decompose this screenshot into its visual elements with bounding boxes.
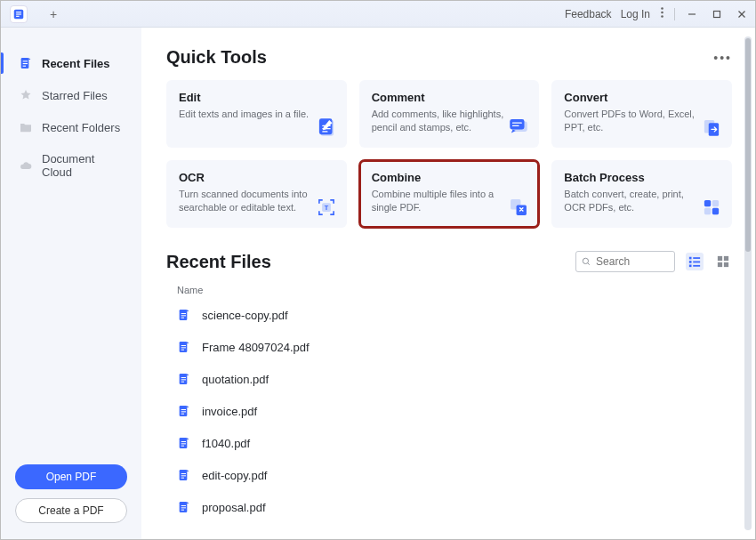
- file-row[interactable]: invoice.pdf: [166, 395, 732, 427]
- svg-rect-67: [180, 470, 188, 480]
- ocr-icon: T: [315, 196, 338, 219]
- tool-title: Comment: [372, 91, 529, 104]
- file-name: quotation.pdf: [202, 373, 269, 386]
- svg-rect-36: [689, 265, 692, 268]
- recent-controls: [575, 251, 732, 272]
- sidebar: Recent Files Starred Files Recent Folder…: [1, 28, 141, 539]
- file-row[interactable]: edit-copy.pdf: [166, 459, 732, 491]
- tool-desc: Batch convert, create, print, OCR PDFs, …: [564, 188, 697, 214]
- tool-desc: Convert PDFs to Word, Excel, PPT, etc.: [564, 108, 697, 134]
- svg-marker-73: [187, 502, 189, 504]
- tool-desc: Turn scanned documents into searchable o…: [179, 188, 312, 214]
- login-link[interactable]: Log In: [621, 8, 650, 20]
- tool-card-edit[interactable]: Edit Edit texts and images in a file.: [166, 80, 347, 148]
- file-row[interactable]: Frame 48097024.pdf: [166, 331, 732, 363]
- sidebar-item-label: Recent Folders: [42, 121, 120, 134]
- kebab-icon: [661, 7, 664, 18]
- sidebar-item-document-cloud[interactable]: Document Cloud: [1, 143, 141, 188]
- app-logo[interactable]: [10, 5, 28, 23]
- minimize-button[interactable]: [684, 6, 700, 22]
- combine-icon: [507, 196, 530, 219]
- svg-text:T: T: [324, 204, 328, 212]
- list-view-button[interactable]: [686, 253, 704, 270]
- sidebar-item-label: Document Cloud: [42, 152, 127, 179]
- svg-marker-68: [187, 470, 189, 471]
- svg-point-4: [661, 7, 664, 10]
- convert-icon: [700, 116, 723, 139]
- kebab-menu[interactable]: [659, 7, 665, 20]
- close-button[interactable]: [734, 6, 750, 22]
- file-name: Frame 48097024.pdf: [202, 341, 310, 354]
- create-pdf-button[interactable]: Create a PDF: [15, 498, 127, 523]
- tool-card-batch-process[interactable]: Batch Process Batch convert, create, pri…: [551, 160, 732, 228]
- svg-rect-51: [181, 350, 184, 351]
- tool-card-comment[interactable]: Comment Add comments, like highlights, p…: [359, 80, 540, 148]
- svg-rect-72: [180, 502, 188, 512]
- tool-desc: Add comments, like highlights, pencil an…: [372, 108, 505, 134]
- sidebar-item-starred-files[interactable]: Starred Files: [1, 79, 141, 111]
- tool-card-convert[interactable]: Convert Convert PDFs to Word, Excel, PPT…: [551, 80, 732, 148]
- file-row[interactable]: f1040.pdf: [166, 427, 732, 459]
- open-pdf-button[interactable]: Open PDF: [15, 464, 127, 489]
- svg-rect-3: [16, 15, 20, 16]
- svg-marker-58: [187, 406, 189, 407]
- sidebar-item-label: Recent Files: [42, 57, 110, 70]
- sidebar-item-recent-files[interactable]: Recent Files: [1, 47, 141, 79]
- svg-rect-47: [180, 342, 188, 352]
- tool-title: Edit: [179, 91, 336, 104]
- svg-marker-43: [187, 310, 189, 311]
- file-row[interactable]: science-copy.pdf: [166, 299, 732, 331]
- tool-card-ocr[interactable]: OCR Turn scanned documents into searchab…: [166, 160, 347, 228]
- recent-files-icon: [19, 56, 33, 70]
- svg-rect-35: [693, 262, 700, 263]
- new-tab-button[interactable]: +: [47, 8, 60, 20]
- svg-rect-26: [704, 200, 711, 206]
- search-box[interactable]: [575, 251, 675, 272]
- quick-tools-more[interactable]: •••: [713, 49, 732, 67]
- svg-point-6: [661, 15, 664, 18]
- svg-rect-62: [180, 438, 188, 448]
- svg-rect-42: [180, 310, 188, 320]
- svg-rect-2: [16, 13, 21, 14]
- svg-rect-15: [23, 66, 26, 67]
- svg-rect-52: [180, 374, 188, 384]
- scrollbar-track[interactable]: [744, 36, 752, 530]
- svg-rect-61: [181, 414, 184, 415]
- svg-rect-27: [712, 200, 719, 206]
- svg-rect-28: [704, 208, 711, 214]
- tool-card-combine[interactable]: Combine Combine multiple files into a si…: [359, 160, 540, 228]
- recent-files-title: Recent Files: [166, 252, 271, 272]
- svg-rect-8: [714, 11, 720, 17]
- file-row[interactable]: proposal.pdf: [166, 491, 732, 523]
- edit-icon: [315, 116, 338, 139]
- titlebar-right: Feedback Log In: [565, 6, 750, 22]
- close-icon: [737, 10, 746, 19]
- svg-marker-63: [187, 438, 189, 439]
- file-name: f1040.pdf: [202, 437, 250, 450]
- star-icon: [19, 88, 33, 102]
- svg-rect-37: [693, 265, 700, 267]
- file-name: edit-copy.pdf: [202, 469, 267, 482]
- maximize-button[interactable]: [709, 6, 725, 22]
- svg-rect-66: [181, 446, 184, 447]
- svg-rect-76: [181, 510, 184, 511]
- search-icon: [582, 256, 591, 267]
- search-input[interactable]: [596, 255, 669, 268]
- pdf-file-icon: [177, 500, 191, 514]
- svg-rect-41: [724, 262, 728, 267]
- svg-rect-75: [181, 507, 186, 508]
- scrollbar-thumb[interactable]: [745, 38, 751, 252]
- sidebar-item-recent-folders[interactable]: Recent Folders: [1, 111, 141, 143]
- batch-icon: [700, 196, 723, 219]
- grid-view-button[interactable]: [714, 253, 732, 270]
- feedback-link[interactable]: Feedback: [565, 8, 612, 20]
- file-row[interactable]: quotation.pdf: [166, 363, 732, 395]
- tool-title: Batch Process: [564, 171, 721, 184]
- tool-desc: Edit texts and images in a file.: [179, 108, 312, 121]
- svg-rect-19: [511, 119, 525, 129]
- tool-title: OCR: [179, 171, 336, 184]
- quick-tools-title: Quick Tools: [166, 47, 267, 68]
- file-list: science-copy.pdf Frame 48097024.pdf quot…: [166, 299, 732, 523]
- sidebar-bottom: Open PDF Create a PDF: [1, 455, 141, 539]
- svg-rect-69: [181, 473, 186, 474]
